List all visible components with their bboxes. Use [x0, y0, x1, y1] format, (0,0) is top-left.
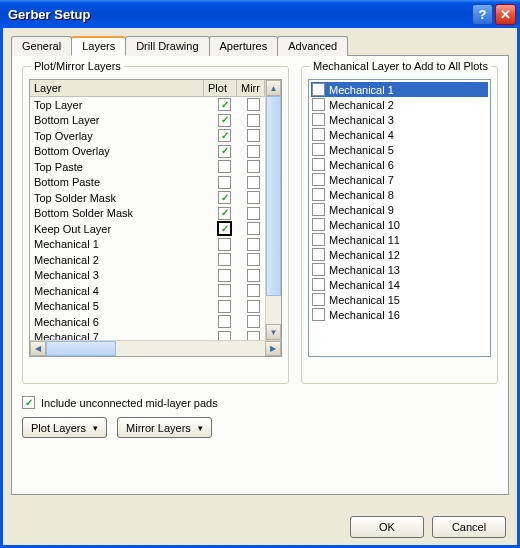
mechanical-checkbox[interactable] — [312, 218, 325, 231]
scroll-track[interactable] — [266, 296, 281, 324]
mechanical-checkbox[interactable] — [312, 233, 325, 246]
mirror-checkbox[interactable] — [247, 160, 260, 173]
plot-checkbox[interactable] — [218, 98, 231, 111]
table-row[interactable]: Bottom Layer — [30, 113, 265, 129]
list-item[interactable]: Mechanical 1 — [311, 82, 488, 97]
mirror-checkbox[interactable] — [247, 284, 260, 297]
help-button[interactable]: ? — [472, 4, 493, 25]
tab-layers[interactable]: Layers — [71, 36, 126, 56]
list-item[interactable]: Mechanical 2 — [311, 97, 488, 112]
mirror-checkbox[interactable] — [247, 253, 260, 266]
hscroll-thumb[interactable] — [46, 341, 116, 356]
mirror-checkbox[interactable] — [247, 129, 260, 142]
ok-button[interactable]: OK — [350, 516, 424, 538]
table-row[interactable]: Mechanical 4 — [30, 283, 265, 299]
plot-checkbox[interactable] — [218, 315, 231, 328]
header-layer[interactable]: Layer — [30, 80, 204, 96]
plot-checkbox[interactable] — [218, 284, 231, 297]
list-item[interactable]: Mechanical 13 — [311, 262, 488, 277]
scroll-right-icon[interactable]: ▶ — [265, 341, 281, 356]
cancel-button[interactable]: Cancel — [432, 516, 506, 538]
mechanical-checkbox[interactable] — [312, 278, 325, 291]
list-item[interactable]: Mechanical 3 — [311, 112, 488, 127]
table-row[interactable]: Mechanical 2 — [30, 252, 265, 268]
mechanical-checkbox[interactable] — [312, 143, 325, 156]
mechanical-checkbox[interactable] — [312, 293, 325, 306]
plot-layers-dropdown[interactable]: Plot Layers — [22, 417, 107, 438]
header-plot[interactable]: Plot — [204, 80, 237, 96]
table-row[interactable]: Bottom Solder Mask — [30, 206, 265, 222]
table-row[interactable]: Bottom Paste — [30, 175, 265, 191]
mirror-checkbox[interactable] — [247, 98, 260, 111]
scroll-down-icon[interactable]: ▼ — [266, 324, 281, 340]
mechanical-listbox[interactable]: Mechanical 1Mechanical 2Mechanical 3Mech… — [308, 79, 491, 357]
header-mirror[interactable]: Mirr — [237, 80, 265, 96]
list-item[interactable]: Mechanical 9 — [311, 202, 488, 217]
horizontal-scrollbar[interactable]: ◀ ▶ — [30, 340, 281, 356]
mechanical-checkbox[interactable] — [312, 83, 325, 96]
tab-advanced[interactable]: Advanced — [277, 36, 348, 56]
plot-checkbox[interactable] — [218, 238, 231, 251]
table-row[interactable]: Mechanical 1 — [30, 237, 265, 253]
list-item[interactable]: Mechanical 14 — [311, 277, 488, 292]
close-button[interactable]: ✕ — [495, 4, 516, 25]
plot-checkbox[interactable] — [218, 191, 231, 204]
list-item[interactable]: Mechanical 5 — [311, 142, 488, 157]
plot-checkbox[interactable] — [218, 300, 231, 313]
table-row[interactable]: Mechanical 5 — [30, 299, 265, 315]
mirror-checkbox[interactable] — [247, 315, 260, 328]
mirror-checkbox[interactable] — [247, 145, 260, 158]
mechanical-checkbox[interactable] — [312, 248, 325, 261]
scroll-left-icon[interactable]: ◀ — [30, 341, 46, 356]
mirror-checkbox[interactable] — [247, 269, 260, 282]
plot-checkbox[interactable] — [218, 331, 231, 340]
table-row[interactable]: Top Layer — [30, 97, 265, 113]
list-item[interactable]: Mechanical 11 — [311, 232, 488, 247]
mirror-checkbox[interactable] — [247, 176, 260, 189]
plot-checkbox[interactable] — [218, 253, 231, 266]
list-item[interactable]: Mechanical 8 — [311, 187, 488, 202]
tab-general[interactable]: General — [11, 36, 72, 56]
list-item[interactable]: Mechanical 15 — [311, 292, 488, 307]
mirror-checkbox[interactable] — [247, 114, 260, 127]
mechanical-checkbox[interactable] — [312, 173, 325, 186]
mechanical-checkbox[interactable] — [312, 128, 325, 141]
mirror-checkbox[interactable] — [247, 300, 260, 313]
table-row[interactable]: Keep Out Layer — [30, 221, 265, 237]
mechanical-checkbox[interactable] — [312, 113, 325, 126]
plot-checkbox[interactable] — [218, 145, 231, 158]
hscroll-track[interactable] — [116, 341, 265, 356]
include-unconnected-checkbox[interactable] — [22, 396, 35, 409]
table-row[interactable]: Top Overlay — [30, 128, 265, 144]
mechanical-checkbox[interactable] — [312, 158, 325, 171]
tab-drill-drawing[interactable]: Drill Drawing — [125, 36, 209, 56]
plot-checkbox[interactable] — [218, 222, 231, 235]
mirror-checkbox[interactable] — [247, 191, 260, 204]
plot-checkbox[interactable] — [218, 176, 231, 189]
scroll-thumb[interactable] — [266, 96, 281, 296]
list-item[interactable]: Mechanical 4 — [311, 127, 488, 142]
table-row[interactable]: Mechanical 6 — [30, 314, 265, 330]
table-row[interactable]: Mechanical 7 — [30, 330, 265, 341]
mirror-layers-dropdown[interactable]: Mirror Layers — [117, 417, 212, 438]
mechanical-checkbox[interactable] — [312, 98, 325, 111]
plot-checkbox[interactable] — [218, 160, 231, 173]
mirror-checkbox[interactable] — [247, 222, 260, 235]
scroll-up-icon[interactable]: ▲ — [266, 80, 281, 96]
mirror-checkbox[interactable] — [247, 331, 260, 340]
table-row[interactable]: Bottom Overlay — [30, 144, 265, 160]
list-item[interactable]: Mechanical 16 — [311, 307, 488, 322]
plot-checkbox[interactable] — [218, 269, 231, 282]
plot-checkbox[interactable] — [218, 114, 231, 127]
plot-checkbox[interactable] — [218, 207, 231, 220]
mechanical-checkbox[interactable] — [312, 188, 325, 201]
list-item[interactable]: Mechanical 12 — [311, 247, 488, 262]
mirror-checkbox[interactable] — [247, 238, 260, 251]
list-item[interactable]: Mechanical 6 — [311, 157, 488, 172]
tab-apertures[interactable]: Apertures — [209, 36, 279, 56]
mirror-checkbox[interactable] — [247, 207, 260, 220]
plot-checkbox[interactable] — [218, 129, 231, 142]
mechanical-checkbox[interactable] — [312, 203, 325, 216]
table-row[interactable]: Top Solder Mask — [30, 190, 265, 206]
vertical-scrollbar[interactable]: ▲ ▼ — [265, 80, 281, 340]
